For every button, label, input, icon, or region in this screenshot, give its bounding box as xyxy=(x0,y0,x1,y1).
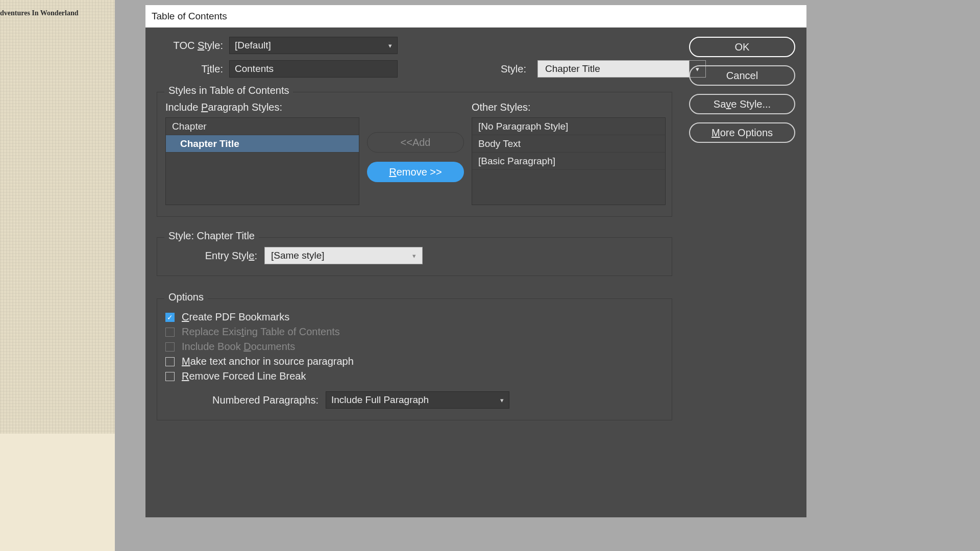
page-heading: dventures In Wonderland xyxy=(0,9,79,17)
add-button: << Add xyxy=(367,132,464,153)
options-group-title: Options xyxy=(164,291,208,303)
styles-group: Styles in Table of Contents Include Para… xyxy=(157,92,672,217)
list-item[interactable]: [No Paragraph Style] xyxy=(472,118,665,135)
remove-button[interactable]: Remove >> xyxy=(367,162,464,182)
dialog-body: OK Cancel Save Style... More Options TOC… xyxy=(145,28,806,517)
included-styles-list[interactable]: Chapter Chapter Title xyxy=(165,117,359,205)
list-item[interactable]: Chapter xyxy=(166,118,359,135)
title-style-value: Chapter Title xyxy=(545,63,600,74)
dialog-side-buttons: OK Cancel Save Style... More Options xyxy=(689,37,795,143)
entry-style-group-title: Style: Chapter Title xyxy=(164,230,259,242)
list-item[interactable]: [Basic Paragraph] xyxy=(472,153,665,170)
title-style-select[interactable]: Chapter Title ▾ xyxy=(537,60,706,78)
entry-style-label: Entry Style: xyxy=(165,250,257,262)
page-body-area xyxy=(0,434,115,551)
checkbox-remove-forced-line-break[interactable]: Remove Forced Line Break xyxy=(165,370,664,382)
list-item[interactable]: Chapter Title xyxy=(166,135,359,153)
checkbox-icon xyxy=(165,357,175,366)
entry-style-select[interactable]: [Same style] ▾ xyxy=(264,247,423,264)
dialog-title: Table of Contents xyxy=(145,5,806,28)
other-styles-label: Other Styles: xyxy=(472,102,666,113)
numbered-paragraphs-select[interactable]: Include Full Paragraph ▾ xyxy=(326,391,509,409)
checkbox-include-book-documents: Include Book Documents xyxy=(165,341,664,353)
title-label: Title: xyxy=(157,63,223,75)
pasteboard xyxy=(806,0,980,551)
checkbox-create-pdf-bookmarks[interactable]: ✓ Create PDF Bookmarks xyxy=(165,311,664,323)
numbered-paragraphs-value: Include Full Paragraph xyxy=(331,394,429,406)
styles-group-title: Styles in Table of Contents xyxy=(164,85,293,96)
toc-style-value: [Default] xyxy=(235,40,271,51)
ok-button[interactable]: OK xyxy=(689,37,795,57)
list-item[interactable]: Body Text xyxy=(472,135,665,153)
other-styles-list[interactable]: [No Paragraph Style] Body Text [Basic Pa… xyxy=(472,117,666,205)
entry-style-value: [Same style] xyxy=(271,250,325,261)
toc-dialog: Table of Contents OK Cancel Save Style..… xyxy=(145,5,806,517)
cancel-button[interactable]: Cancel xyxy=(689,65,795,86)
checkbox-make-text-anchor[interactable]: Make text anchor in source paragraph xyxy=(165,356,664,367)
entry-style-group: Style: Chapter Title Entry Style: [Same … xyxy=(157,237,672,276)
checkbox-icon xyxy=(165,328,175,337)
toc-style-select[interactable]: [Default] ▾ xyxy=(229,37,398,54)
title-style-label: Style: xyxy=(404,63,531,75)
save-style-button[interactable]: Save Style... xyxy=(689,94,795,114)
document-page-background: dventures In Wonderland xyxy=(0,0,115,551)
more-options-button[interactable]: More Options xyxy=(689,122,795,143)
checkbox-icon xyxy=(165,342,175,352)
checkbox-replace-existing-toc: Replace Existing Table of Contents xyxy=(165,326,664,338)
chevron-down-icon: ▾ xyxy=(388,42,392,49)
numbered-paragraphs-label: Numbered Paragraphs: xyxy=(165,394,318,406)
title-value: Contents xyxy=(235,63,274,74)
options-group: Options ✓ Create PDF Bookmarks Replace E… xyxy=(157,298,672,420)
checkbox-icon: ✓ xyxy=(165,313,175,322)
toc-style-label: TOC Style: xyxy=(157,40,223,52)
chevron-down-icon: ▾ xyxy=(500,396,504,404)
title-input[interactable]: Contents xyxy=(229,60,398,78)
include-styles-label: Include Paragraph Styles: xyxy=(165,102,359,113)
checkbox-icon xyxy=(165,372,175,381)
chevron-down-icon: ▾ xyxy=(412,252,416,260)
